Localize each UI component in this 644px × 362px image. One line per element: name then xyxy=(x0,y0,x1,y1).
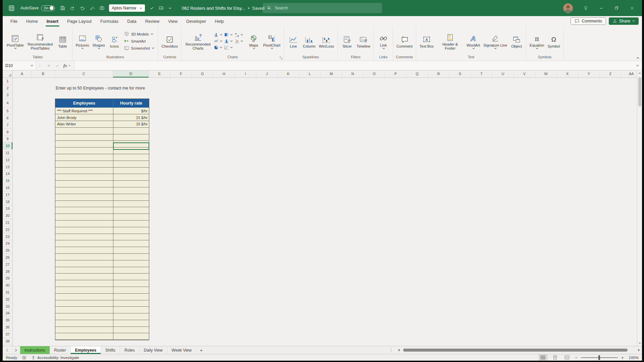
sheet-tab-week-view[interactable]: Week View xyxy=(167,346,197,354)
ribbon-button-column[interactable]: Column xyxy=(301,34,317,49)
sheet-nav-right-icon[interactable] xyxy=(11,346,20,354)
cell-c16[interactable] xyxy=(55,181,113,187)
column-header-v[interactable]: V xyxy=(514,70,535,77)
font-name-box[interactable]: Aptos Narrow xyxy=(109,4,145,12)
cell-d14[interactable] xyxy=(113,168,149,174)
row-header-11[interactable]: 11 xyxy=(3,149,12,157)
column-header-z[interactable]: Z xyxy=(600,70,621,77)
cell-c36[interactable] xyxy=(55,313,113,320)
column-header-r[interactable]: R xyxy=(428,70,449,77)
cell-d24[interactable] xyxy=(113,234,149,240)
row-header-22[interactable]: 22 xyxy=(3,226,12,233)
row-header-20[interactable]: 20 xyxy=(3,212,12,219)
cell-c9[interactable] xyxy=(55,134,113,141)
row-header-33[interactable]: 33 xyxy=(3,303,12,310)
row-header-2[interactable]: 2 xyxy=(3,85,12,92)
tab-view[interactable]: View xyxy=(164,16,182,26)
column-header-e[interactable]: E xyxy=(149,70,170,77)
column-header-m[interactable]: M xyxy=(321,70,342,77)
cell-d11[interactable] xyxy=(113,147,149,154)
formula-bar-expand-chevron-icon[interactable] xyxy=(633,61,642,70)
row-header-37[interactable]: 37 xyxy=(3,331,12,338)
lightbulb-icon[interactable] xyxy=(579,1,592,15)
scroll-up-icon[interactable] xyxy=(637,70,642,76)
row-header-18[interactable]: 18 xyxy=(3,198,12,205)
dialog-launcher-icon[interactable] xyxy=(279,56,283,60)
tab-formulas[interactable]: Formulas xyxy=(96,16,123,26)
column-header-p[interactable]: P xyxy=(385,70,407,77)
close-button[interactable] xyxy=(625,1,639,15)
ribbon-button-smartart[interactable]: SmartArt xyxy=(124,38,155,44)
ribbon-button-win-loss[interactable]: Win/Loss xyxy=(317,34,336,49)
table-header-employees[interactable]: Employees xyxy=(55,99,113,108)
column-header-f[interactable]: F xyxy=(170,70,192,77)
cell-c24[interactable] xyxy=(55,234,113,240)
view-page-break-button[interactable] xyxy=(563,354,572,361)
row-header-9[interactable]: 9 xyxy=(3,136,12,143)
cancel-icon[interactable] xyxy=(47,64,51,68)
cell-c13[interactable] xyxy=(55,161,113,167)
sheet-tab-daily-view[interactable]: Daily View xyxy=(140,346,167,354)
cell-c7[interactable]: Alan Writer xyxy=(55,121,113,127)
share-button[interactable]: Share xyxy=(609,17,639,25)
column-header-h[interactable]: H xyxy=(213,70,235,77)
scroll-left-icon[interactable] xyxy=(396,349,401,352)
cell-d26[interactable] xyxy=(113,247,149,253)
ribbon-button-chart-pie[interactable] xyxy=(214,45,224,50)
tab-insert[interactable]: Insert xyxy=(42,16,63,26)
row-header-38[interactable]: 38 xyxy=(3,338,12,345)
cell-d8[interactable] xyxy=(113,128,149,134)
ribbon-button-header-footer[interactable]: Header & Footer xyxy=(435,32,465,51)
tab-review[interactable]: Review xyxy=(141,16,164,26)
cell-d25[interactable] xyxy=(113,240,149,247)
cell-c8[interactable] xyxy=(55,128,113,134)
picture-style-icon[interactable] xyxy=(157,4,166,12)
ribbon-button-chart-scatter[interactable] xyxy=(224,45,234,50)
column-header-b[interactable]: B xyxy=(32,70,55,77)
redo-icon[interactable] xyxy=(68,4,77,12)
insert-function-button[interactable]: fx xyxy=(63,63,71,68)
zoom-out-button[interactable]: − xyxy=(575,355,578,360)
excel-app-icon[interactable] xyxy=(6,0,17,16)
cell-c34[interactable] xyxy=(55,300,113,307)
tab-options-dots[interactable]: ⋮ xyxy=(387,348,394,353)
formula-input[interactable] xyxy=(74,61,633,70)
cell-c23[interactable] xyxy=(55,227,113,234)
ribbon-button-icons[interactable]: Icons xyxy=(107,34,122,49)
scroll-down-icon[interactable] xyxy=(637,341,642,346)
cell-c39[interactable] xyxy=(55,333,113,340)
row-header-16[interactable]: 16 xyxy=(3,184,12,191)
cell-d17[interactable] xyxy=(113,187,149,194)
ribbon-button-chart-combo[interactable] xyxy=(234,39,245,44)
cell-d9[interactable] xyxy=(113,134,149,141)
ribbon-button-line[interactable]: Line xyxy=(286,34,301,49)
cell-c5[interactable]: *** Staff Required *** xyxy=(55,108,113,114)
row-header-17[interactable]: 17 xyxy=(3,191,12,198)
cell-d7[interactable]: 15 $/hr xyxy=(113,121,149,127)
name-box[interactable]: D10 xyxy=(3,61,36,70)
camera-icon[interactable] xyxy=(98,4,106,12)
cell-d12[interactable] xyxy=(113,154,149,161)
cell-c14[interactable] xyxy=(55,168,113,174)
row-header-12[interactable]: 12 xyxy=(3,157,12,164)
tab-help[interactable]: Help xyxy=(211,16,228,26)
row-header-4[interactable]: 4 xyxy=(3,99,12,108)
column-header-s[interactable]: S xyxy=(449,70,471,77)
row-header-21[interactable]: 21 xyxy=(3,219,12,226)
view-page-layout-button[interactable] xyxy=(551,354,559,361)
cell-d31[interactable] xyxy=(113,280,149,287)
row-header-34[interactable]: 34 xyxy=(3,310,12,317)
vertical-scroll-thumb[interactable] xyxy=(638,77,641,107)
save-icon[interactable] xyxy=(58,4,67,12)
row-header-8[interactable]: 8 xyxy=(3,129,12,136)
cell-d19[interactable] xyxy=(113,201,149,207)
cell-d28[interactable] xyxy=(113,260,149,267)
horizontal-scrollbar[interactable] xyxy=(403,346,635,354)
cell-d29[interactable] xyxy=(113,267,149,274)
cell-c25[interactable] xyxy=(55,240,113,247)
row-header-30[interactable]: 30 xyxy=(3,282,12,289)
ribbon-button-pivotchart[interactable]: PivotChart xyxy=(261,33,282,50)
ribbon-button-maps[interactable]: Maps xyxy=(246,33,261,50)
restore-button[interactable] xyxy=(610,1,623,15)
ribbon-button-checkbox[interactable]: Checkbox xyxy=(160,34,179,49)
